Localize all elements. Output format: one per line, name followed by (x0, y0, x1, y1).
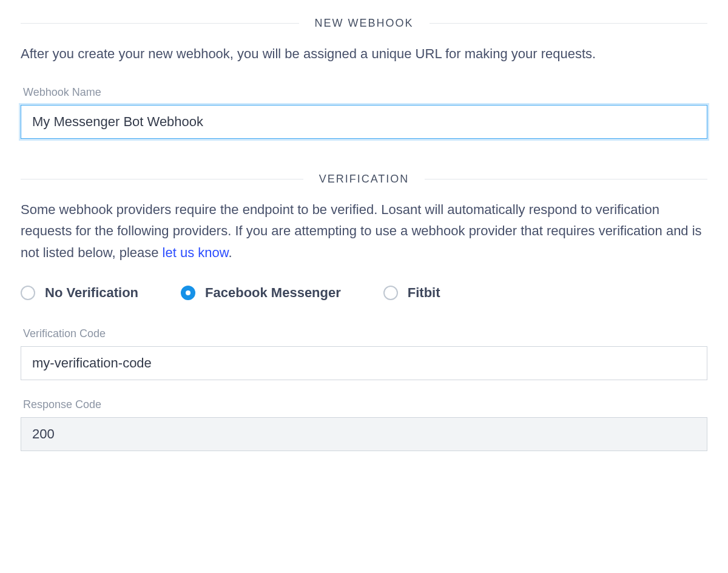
response-code-label: Response Code (23, 398, 707, 411)
webhook-name-label: Webhook Name (23, 86, 707, 99)
verification-description-post: . (228, 245, 232, 260)
verification-section-header: VERIFICATION (21, 173, 707, 186)
new-webhook-section-header: NEW WEBHOOK (21, 17, 707, 30)
divider-line (430, 23, 708, 24)
verification-radio-group: No Verification Facebook Messenger Fitbi… (21, 285, 707, 301)
let-us-know-link[interactable]: let us know (163, 245, 229, 260)
radio-icon (21, 286, 35, 300)
verification-description: Some webhook providers require the endpo… (21, 199, 707, 263)
divider-line (21, 23, 299, 24)
radio-icon (181, 286, 195, 300)
radio-label-no-verification: No Verification (45, 285, 138, 301)
verification-description-text: Some webhook providers require the endpo… (21, 202, 702, 260)
radio-label-facebook-messenger: Facebook Messenger (205, 285, 341, 301)
radio-option-fitbit[interactable]: Fitbit (383, 285, 440, 301)
divider-line (21, 179, 303, 179)
radio-icon (383, 286, 398, 300)
verification-code-label: Verification Code (23, 327, 707, 340)
webhook-name-input[interactable] (21, 105, 707, 139)
verification-code-input[interactable] (21, 346, 707, 380)
divider-line (425, 179, 707, 179)
radio-option-no-verification[interactable]: No Verification (21, 285, 138, 301)
new-webhook-description: After you create your new webhook, you w… (21, 43, 707, 64)
response-code-input[interactable] (21, 417, 707, 451)
radio-label-fitbit: Fitbit (408, 285, 440, 301)
new-webhook-heading: NEW WEBHOOK (299, 17, 430, 30)
verification-heading: VERIFICATION (303, 173, 425, 186)
radio-option-facebook-messenger[interactable]: Facebook Messenger (181, 285, 341, 301)
